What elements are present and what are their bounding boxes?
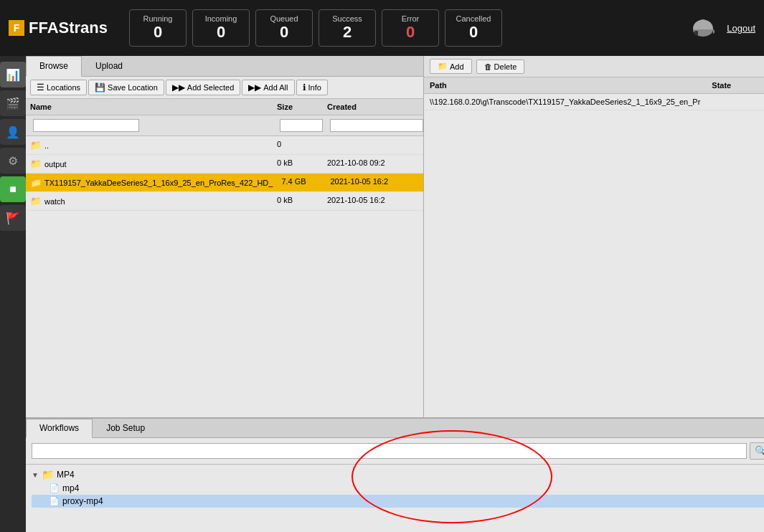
- folder-icon: 📁: [30, 196, 42, 206]
- topbar: F FFAStrans Running 0 Incoming 0 Queued …: [0, 0, 764, 56]
- folder-icon: 📁: [30, 177, 42, 188]
- app-name: FFAStrans: [29, 19, 108, 37]
- main-layout: 📊 🎬 👤 ⚙ ■ 🚩 Browse Upload ☰ Locations: [0, 56, 764, 532]
- file-list-header: Name Size Created: [26, 99, 423, 115]
- stat-error[interactable]: Error 0: [382, 9, 439, 47]
- tree-item-mp4[interactable]: 📄 mp4: [32, 482, 764, 495]
- file-name: 📁output: [26, 157, 273, 171]
- stat-cancelled-label: Cancelled: [456, 14, 491, 23]
- stat-incoming[interactable]: Incoming 0: [192, 9, 250, 47]
- tab-browse[interactable]: Browse: [26, 56, 82, 77]
- folder-icon: 📁: [30, 140, 42, 151]
- tree-group-header-mp4[interactable]: ▼ 📁 MP4: [32, 467, 764, 482]
- stat-cancelled-value: 0: [456, 23, 491, 42]
- tree-file-icon-mp4: 📄: [49, 483, 60, 493]
- svg-rect-1: [694, 31, 698, 35]
- stat-running-label: Running: [140, 14, 176, 23]
- tree-group-label-mp4: MP4: [57, 470, 75, 480]
- tree-item-label-proxy-mp4: proxy-mp4: [62, 496, 103, 506]
- stat-success-value: 2: [329, 23, 365, 42]
- sidebar-icon-green[interactable]: ■: [0, 176, 26, 202]
- add-selected-button[interactable]: ▶▶ Add Selected: [166, 80, 240, 95]
- tab-job-setup[interactable]: Job Setup: [93, 419, 159, 437]
- app-logo: F FFAStrans: [9, 19, 123, 37]
- sidebar-icon-flag[interactable]: 🚩: [0, 205, 26, 231]
- stat-error-value: 0: [392, 23, 428, 42]
- file-name: 📁..: [26, 138, 273, 152]
- created-filter-input[interactable]: [330, 119, 423, 132]
- content-area: Browse Upload ☰ Locations 💾 Save Locatio…: [26, 56, 764, 532]
- table-row[interactable]: 📁TX119157_YakkaDeeSeries2_1_16x9_25_en_P…: [26, 174, 423, 192]
- stat-error-label: Error: [392, 14, 428, 23]
- right-panel: 📁 Add 🗑 Delete Path State \\192.168.0.20…: [424, 56, 764, 417]
- file-size: 0 kB: [273, 157, 323, 171]
- search-button[interactable]: 🔍: [750, 442, 764, 460]
- workflow-tree: ▼ 📁 MP4 📄 mp4 📄 proxy-mp4: [26, 465, 764, 532]
- top-panel: Browse Upload ☰ Locations 💾 Save Locatio…: [26, 56, 764, 417]
- stat-incoming-label: Incoming: [203, 14, 239, 23]
- tab-upload[interactable]: Upload: [82, 56, 136, 76]
- logout-button[interactable]: Logout: [727, 23, 755, 34]
- info-icon: ℹ: [303, 82, 306, 92]
- helmet-icon: [688, 13, 718, 43]
- col-size-header: Size: [273, 101, 323, 113]
- save-location-button[interactable]: 💾 Save Location: [88, 80, 164, 95]
- table-row[interactable]: 📁watch0 kB2021-10-05 16:2: [26, 192, 423, 211]
- col-created-header: Created: [323, 101, 423, 113]
- add-selected-icon: ▶▶: [172, 82, 185, 92]
- file-name: 📁watch: [26, 194, 273, 208]
- path-value: \\192.168.0.20\g\Transcode\TX119157_Yakk…: [424, 96, 706, 108]
- file-list: Name Size Created 📁..0📁output0 kB2021-10…: [26, 99, 423, 417]
- sidebar-icon-film[interactable]: 🎬: [0, 90, 26, 116]
- table-row[interactable]: 📁output0 kB2021-10-08 09:2: [26, 155, 423, 174]
- path-row[interactable]: \\192.168.0.20\g\Transcode\TX119157_Yakk…: [424, 94, 764, 110]
- workflow-search: 🔍: [26, 438, 764, 465]
- sidebar-icon-chart[interactable]: 📊: [0, 62, 26, 87]
- stat-queued-value: 0: [266, 23, 302, 42]
- tree-item-proxy-mp4[interactable]: 📄 proxy-mp4: [32, 495, 764, 508]
- delete-button[interactable]: 🗑 Delete: [476, 60, 525, 74]
- file-rows-container: 📁..0📁output0 kB2021-10-08 09:2📁TX119157_…: [26, 136, 423, 211]
- path-list: \\192.168.0.20\g\Transcode\TX119157_Yakk…: [424, 94, 764, 417]
- stat-incoming-value: 0: [203, 23, 239, 42]
- file-created: 2021-10-05 16:2: [326, 176, 423, 189]
- file-created: 2021-10-08 09:2: [323, 157, 423, 171]
- stat-running[interactable]: Running 0: [129, 9, 187, 47]
- state-value: [706, 96, 764, 108]
- add-button[interactable]: 📁 Add: [430, 59, 472, 74]
- tree-folder-icon: 📁: [42, 469, 54, 480]
- file-size: 0: [273, 138, 323, 152]
- stat-success-label: Success: [329, 14, 365, 23]
- file-list-filters: [26, 115, 423, 136]
- col-state-header: State: [706, 80, 764, 91]
- info-button[interactable]: ℹ Info: [296, 80, 328, 95]
- stat-cancelled[interactable]: Cancelled 0: [445, 9, 502, 47]
- file-size: 7.4 GB: [277, 176, 326, 189]
- sidebar: 📊 🎬 👤 ⚙ ■ 🚩: [0, 56, 26, 532]
- file-toolbar: ☰ Locations 💾 Save Location ▶▶ Add Selec…: [26, 77, 423, 99]
- stat-success[interactable]: Success 2: [319, 9, 376, 47]
- table-row[interactable]: 📁..0: [26, 136, 423, 155]
- save-icon: 💾: [95, 82, 105, 92]
- name-filter-input[interactable]: [33, 119, 139, 132]
- add-all-button[interactable]: ▶▶ Add All: [242, 80, 294, 95]
- delete-icon: 🗑: [484, 62, 492, 71]
- bottom-tabs: Workflows Job Setup: [26, 419, 764, 438]
- sidebar-icon-gear[interactable]: ⚙: [0, 148, 26, 174]
- tab-workflows[interactable]: Workflows: [26, 419, 93, 438]
- browser-tabs: Browse Upload: [26, 56, 423, 77]
- sidebar-icon-person[interactable]: 👤: [0, 119, 26, 145]
- right-toolbar: 📁 Add 🗑 Delete: [424, 56, 764, 77]
- size-filter-input[interactable]: [280, 119, 323, 132]
- topbar-right: Logout: [688, 13, 755, 43]
- tree-item-label-mp4: mp4: [62, 483, 79, 493]
- file-created: [323, 138, 423, 152]
- bottom-section: Workflows Job Setup 🔍 ▼ 📁 MP4: [26, 417, 764, 532]
- file-browser: Browse Upload ☰ Locations 💾 Save Locatio…: [26, 56, 424, 417]
- col-path-header: Path: [424, 80, 706, 91]
- locations-button[interactable]: ☰ Locations: [30, 80, 87, 95]
- list-icon: ☰: [37, 82, 44, 92]
- workflow-search-input[interactable]: [32, 443, 747, 459]
- add-all-icon: ▶▶: [248, 82, 261, 92]
- stat-queued[interactable]: Queued 0: [255, 9, 313, 47]
